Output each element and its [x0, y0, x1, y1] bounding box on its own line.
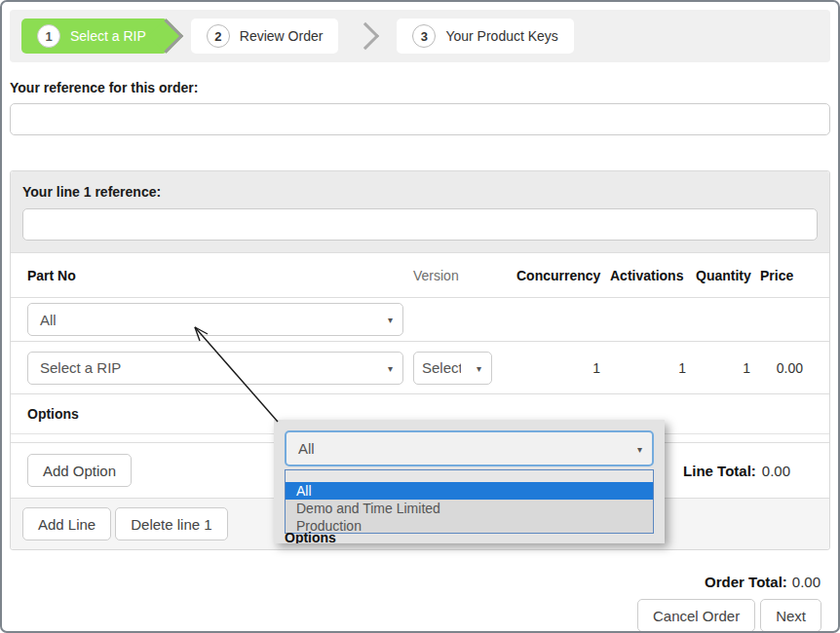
next-button[interactable]: Next: [760, 599, 821, 632]
step-review-order[interactable]: 2 Review Order: [191, 19, 339, 54]
bottom-actions: Cancel Order Next: [10, 599, 830, 632]
step-label: Your Product Keys: [445, 28, 557, 44]
add-line-button[interactable]: Add Line: [22, 507, 111, 540]
version-select-value: Select: [422, 359, 461, 376]
add-option-button[interactable]: Add Option: [27, 454, 132, 487]
rip-selection-row: Select a RIP ▾ Select ▾ 1 1 1 0.00: [11, 341, 829, 393]
step-your-product-keys[interactable]: 3 Your Product Keys: [397, 19, 573, 54]
delete-line-button[interactable]: Delete line 1: [115, 507, 227, 540]
chevron-right-icon: [352, 22, 379, 50]
dropdown-caret-icon: ▾: [637, 443, 642, 454]
version-select[interactable]: Select ▾: [413, 352, 492, 385]
step-number-badge: 2: [207, 24, 230, 48]
line-reference-section: Your line 1 reference:: [11, 171, 829, 253]
column-header-version: Version: [413, 268, 507, 283]
order-reference-input[interactable]: [10, 103, 830, 135]
popup-clipped-options-label: Options: [285, 530, 336, 543]
quantity-value: 1: [696, 360, 750, 376]
step-label: Review Order: [240, 28, 324, 44]
rip-filter-select-value: All: [40, 312, 57, 328]
dropdown-option-production[interactable]: Production: [286, 517, 653, 535]
price-value: 0.00: [760, 360, 803, 376]
step-number-badge: 1: [37, 24, 60, 48]
options-label: Options: [27, 406, 79, 422]
column-header-price: Price: [760, 268, 803, 283]
dropdown-option-list: All Demo and Time Limited Production: [285, 469, 654, 534]
order-total: Order Total:0.00: [10, 574, 830, 590]
rip-filter-row: All ▾: [11, 297, 829, 341]
dropdown-popup-snippet: All ▾ All Demo and Time Limited Producti…: [274, 420, 665, 543]
rip-filter-select[interactable]: All ▾: [27, 303, 403, 336]
column-header-concurrency: Concurrency: [516, 268, 600, 283]
concurrency-value: 1: [516, 360, 600, 376]
order-reference-label: Your reference for this order:: [10, 80, 830, 95]
step-label: Select a RIP: [70, 28, 146, 44]
dropdown-caret-icon: ▾: [477, 362, 481, 373]
wizard-stepper: 1 Select a RIP 2 Review Order 3 Your Pro…: [10, 10, 830, 62]
popup-rip-filter-select[interactable]: All ▾: [285, 430, 654, 466]
dropdown-option-demo-and-time-limited[interactable]: Demo and Time Limited: [286, 500, 653, 517]
step-number-badge: 3: [412, 24, 436, 48]
line-total-value: 0.00: [762, 463, 790, 479]
activations-value: 1: [610, 360, 686, 376]
order-total-value: 0.00: [792, 574, 821, 590]
order-wizard-page: 1 Select a RIP 2 Review Order 3 Your Pro…: [0, 0, 840, 633]
line-reference-label: Your line 1 reference:: [22, 184, 818, 200]
step-select-a-rip[interactable]: 1 Select a RIP: [21, 19, 168, 54]
cancel-order-button[interactable]: Cancel Order: [637, 599, 755, 632]
order-total-label: Order Total:: [705, 574, 787, 590]
line-total: Line Total:0.00: [683, 463, 790, 479]
dropdown-caret-icon: ▾: [388, 362, 393, 373]
dropdown-option-all[interactable]: All: [286, 482, 653, 500]
popup-select-value: All: [298, 440, 315, 457]
step-arrow-icon: [149, 19, 183, 53]
column-header-activations: Activations: [610, 268, 686, 283]
column-header-quantity: Quantity: [696, 268, 750, 283]
dropdown-list-padding: [286, 470, 653, 482]
line-reference-input[interactable]: [22, 208, 818, 241]
line-total-label: Line Total:: [683, 463, 756, 479]
rip-select-value: Select a RIP: [40, 359, 121, 376]
line-table-header: Part No Version Concurrency Activations …: [11, 253, 829, 297]
column-header-part-no: Part No: [27, 268, 403, 283]
dropdown-caret-icon: ▾: [388, 315, 393, 325]
rip-select[interactable]: Select a RIP ▾: [27, 352, 403, 385]
